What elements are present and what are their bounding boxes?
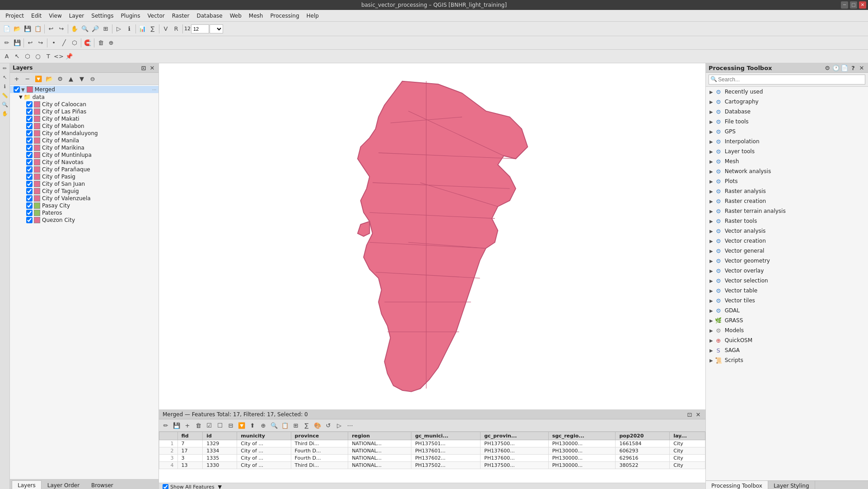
move-layer-up-button[interactable]: ▲ xyxy=(66,74,76,84)
menu-settings[interactable]: Settings xyxy=(88,12,117,20)
digitize-polygon-button[interactable]: ⬡ xyxy=(70,38,79,48)
text-annotation-button[interactable]: T xyxy=(43,52,53,61)
layer-item-8[interactable]: City of Navotas xyxy=(24,159,159,166)
layer-item-14[interactable]: Pasay City xyxy=(24,202,159,209)
toolbox-item-raster-creation[interactable]: ▶ ⚙ Raster creation xyxy=(706,196,868,206)
toolbox-item-vector-analysis[interactable]: ▶ ⚙ Vector analysis xyxy=(706,226,868,236)
identify-icon[interactable]: ℹ xyxy=(1,82,9,90)
table-row[interactable]: 3 3 1335 City of ... Fourth D... NATIONA… xyxy=(159,455,705,462)
digitize-icon[interactable]: ✏ xyxy=(1,64,9,72)
identify-button[interactable]: ℹ xyxy=(124,24,134,34)
col-gc-munici[interactable]: gc_munici... xyxy=(411,432,481,440)
col-fid[interactable]: fid xyxy=(177,432,203,440)
toolbox-help-button[interactable]: ? xyxy=(849,64,857,71)
layer-item-merged[interactable]: ▼ Merged ⋯ xyxy=(10,86,159,93)
layer-checkbox-16[interactable] xyxy=(26,217,33,223)
toolbox-item-grass[interactable]: ▶ 🌿 GRASS xyxy=(706,315,868,325)
toolbox-item-cartography[interactable]: ▶ ⚙ Cartography xyxy=(706,97,868,107)
toolbox-item-database[interactable]: ▶ ⚙ Database xyxy=(706,107,868,117)
font-size-input[interactable] xyxy=(191,24,209,33)
menu-project[interactable]: Project xyxy=(2,12,28,20)
menu-database[interactable]: Database xyxy=(193,12,226,20)
menu-processing[interactable]: Processing xyxy=(266,12,303,20)
html-annotation-button[interactable]: <> xyxy=(54,52,64,61)
layer-item-0[interactable]: City of Caloocan xyxy=(24,101,159,108)
delete-row-button[interactable]: 🗑 xyxy=(193,420,203,430)
select-tool-button[interactable]: ↖ xyxy=(12,52,22,61)
refresh-table-button[interactable]: ↺ xyxy=(323,420,333,430)
layer-checkbox-9[interactable] xyxy=(26,166,33,173)
menu-view[interactable]: View xyxy=(45,12,65,20)
tab-processing-toolbox[interactable]: Processing Toolbox xyxy=(706,481,768,489)
delete-selected-button[interactable]: 🗑 xyxy=(96,38,106,48)
redo-edit-button[interactable]: ↪ xyxy=(36,38,46,48)
layer-item-16[interactable]: Quezon City xyxy=(24,216,159,224)
zoom-in-button[interactable]: 🔍 xyxy=(80,24,90,34)
save-as-button[interactable]: 📋 xyxy=(33,24,43,34)
layer-item-9[interactable]: City of Parañaque xyxy=(24,166,159,173)
toolbox-options-button[interactable]: ⚙ xyxy=(824,64,831,71)
zoom-map-to-feature-button[interactable]: ⊞ xyxy=(291,420,301,430)
snapping-button[interactable]: 🧲 xyxy=(83,38,93,48)
menu-edit[interactable]: Edit xyxy=(28,12,45,20)
measure-icon[interactable]: 📏 xyxy=(1,91,9,99)
conditional-format-button[interactable]: 🎨 xyxy=(313,420,322,430)
show-all-checkbox[interactable] xyxy=(163,484,168,489)
layer-checkbox-merged[interactable] xyxy=(14,86,20,93)
add-row-button[interactable]: + xyxy=(182,420,192,430)
layer-item-1[interactable]: City of Las Piñas xyxy=(24,108,159,115)
toolbox-item-gps[interactable]: ▶ ⚙ GPS xyxy=(706,127,868,136)
toolbox-item-vector-overlay[interactable]: ▶ ⚙ Vector overlay xyxy=(706,266,868,276)
table-row[interactable]: 4 13 1330 City of ... Third Di... NATION… xyxy=(159,462,705,469)
toolbox-item-layer-tools[interactable]: ▶ ⚙ Layer tools xyxy=(706,146,868,156)
minimize-button[interactable]: ─ xyxy=(841,1,848,9)
col-gc-provin[interactable]: gc_provin... xyxy=(481,432,548,440)
toolbox-item-models[interactable]: ▶ ⚙ Models xyxy=(706,325,868,335)
layer-item-10[interactable]: City of Pasig xyxy=(24,173,159,180)
filter-layer-button[interactable]: 🔽 xyxy=(33,74,43,84)
layer-checkbox-1[interactable] xyxy=(26,108,33,115)
tab-layer-styling[interactable]: Layer Styling xyxy=(768,481,815,489)
toolbox-item-raster-tools[interactable]: ▶ ⚙ Raster tools xyxy=(706,216,868,226)
circle-tool-button[interactable]: ○ xyxy=(33,52,43,61)
save-features-button[interactable]: 💾 xyxy=(172,420,182,430)
layer-checkbox-3[interactable] xyxy=(26,123,33,129)
layer-checkbox-0[interactable] xyxy=(26,101,33,108)
toolbox-item-saga[interactable]: ▶ S SAGA xyxy=(706,345,868,355)
save-edits-button[interactable]: 💾 xyxy=(12,38,22,48)
layer-checkbox-6[interactable] xyxy=(26,145,33,151)
layer-item-7[interactable]: City of Muntinlupa xyxy=(24,151,159,159)
col-lay[interactable]: lay... xyxy=(670,432,705,440)
digitize-line-button[interactable]: ╱ xyxy=(59,38,69,48)
toolbox-history-button[interactable]: 🕐 xyxy=(832,64,840,71)
toolbox-item-network-analysis[interactable]: ▶ ⚙ Network analysis xyxy=(706,166,868,176)
pan-map-button[interactable]: ✋ xyxy=(70,24,79,34)
toolbox-item-mesh[interactable]: ▶ ⚙ Mesh xyxy=(706,156,868,166)
new-project-button[interactable]: 📄 xyxy=(2,24,12,34)
col-id[interactable]: id xyxy=(203,432,237,440)
open-attr-table-button[interactable]: 📊 xyxy=(137,24,147,34)
maximize-button[interactable]: □ xyxy=(850,1,857,9)
menu-web[interactable]: Web xyxy=(226,12,245,20)
layer-checkbox-10[interactable] xyxy=(26,174,33,180)
edit-layer-button[interactable]: ✏ xyxy=(2,38,12,48)
toolbox-search-input[interactable] xyxy=(709,75,865,85)
toolbox-item-plots[interactable]: ▶ ⚙ Plots xyxy=(706,176,868,186)
layer-checkbox-11[interactable] xyxy=(26,181,33,187)
select-icon[interactable]: ↖ xyxy=(1,73,9,81)
save-project-button[interactable]: 💾 xyxy=(23,24,33,34)
toolbox-item-vector-general[interactable]: ▶ ⚙ Vector general xyxy=(706,246,868,256)
toolbox-item-vector-table[interactable]: ▶ ⚙ Vector table xyxy=(706,286,868,296)
layer-item-3[interactable]: City of Malabon xyxy=(24,122,159,130)
field-calculator2-button[interactable]: ∑ xyxy=(302,420,312,430)
layer-item-12[interactable]: City of Taguig xyxy=(24,188,159,195)
layer-item-11[interactable]: City of San Juan xyxy=(24,180,159,188)
toolbox-item-vector-tiles[interactable]: ▶ ⚙ Vector tiles xyxy=(706,296,868,306)
layer-item-2[interactable]: City of Makati xyxy=(24,115,159,122)
table-row[interactable]: 1 7 1329 City of ... Third Di... NATIONA… xyxy=(159,440,705,447)
toolbox-item-scripts[interactable]: ▶ 📜 Scripts xyxy=(706,355,868,365)
copy-selected-button[interactable]: 📋 xyxy=(280,420,290,430)
col-pop2020[interactable]: pop2020 xyxy=(616,432,670,440)
zoom-selection-button[interactable]: 🔍 xyxy=(269,420,279,430)
redo-button[interactable]: ↪ xyxy=(56,24,66,34)
